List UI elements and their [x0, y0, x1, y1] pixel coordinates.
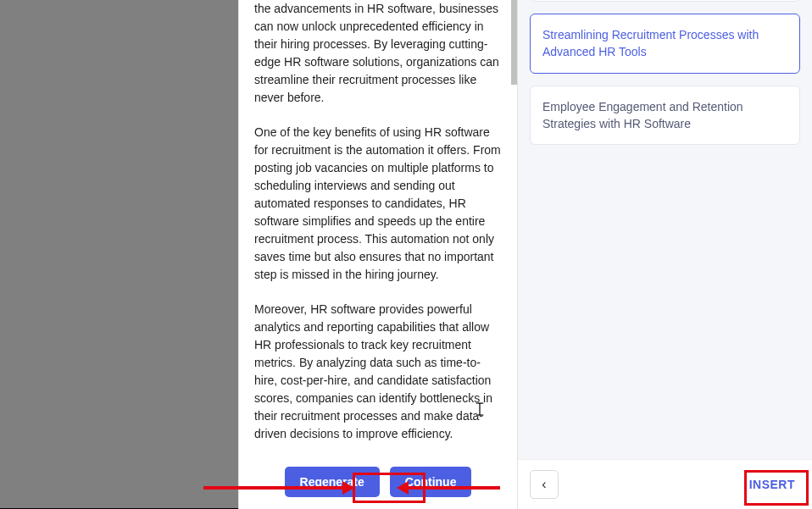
insert-button[interactable]: INSERT [744, 471, 800, 498]
suggestions-panel: Streamlining Recruitment Processes with … [517, 0, 812, 509]
chevron-left-icon: ‹ [542, 477, 546, 492]
continue-button[interactable]: Continue [390, 467, 472, 497]
suggestion-list: Streamlining Recruitment Processes with … [518, 0, 812, 459]
suggestion-card[interactable]: Employee Engagement and Retention Strate… [530, 86, 800, 146]
action-button-bar: Regenerate Continue [239, 455, 517, 509]
generated-text-area[interactable]: the advancements in HR software, busines… [239, 0, 517, 455]
regenerate-button[interactable]: Regenerate [285, 467, 380, 497]
content-panel: the advancements in HR software, busines… [238, 0, 517, 509]
content-paragraph: the advancements in HR software, busines… [254, 0, 502, 107]
content-paragraph: Moreover, HR software provides powerful … [254, 301, 502, 443]
left-sidebar [0, 0, 238, 509]
back-button[interactable]: ‹ [530, 470, 559, 499]
suggestion-text: Streamlining Recruitment Processes with … [542, 28, 759, 58]
suggestion-text: Employee Engagement and Retention Strate… [542, 100, 743, 130]
content-scrollbar[interactable] [510, 0, 517, 455]
right-footer-bar: ‹ INSERT [518, 459, 812, 509]
suggestion-card[interactable] [530, 0, 800, 2]
suggestion-card-selected[interactable]: Streamlining Recruitment Processes with … [530, 14, 800, 74]
scrollbar-thumb[interactable] [511, 0, 517, 85]
content-paragraph: One of the key benefits of using HR soft… [254, 124, 502, 284]
